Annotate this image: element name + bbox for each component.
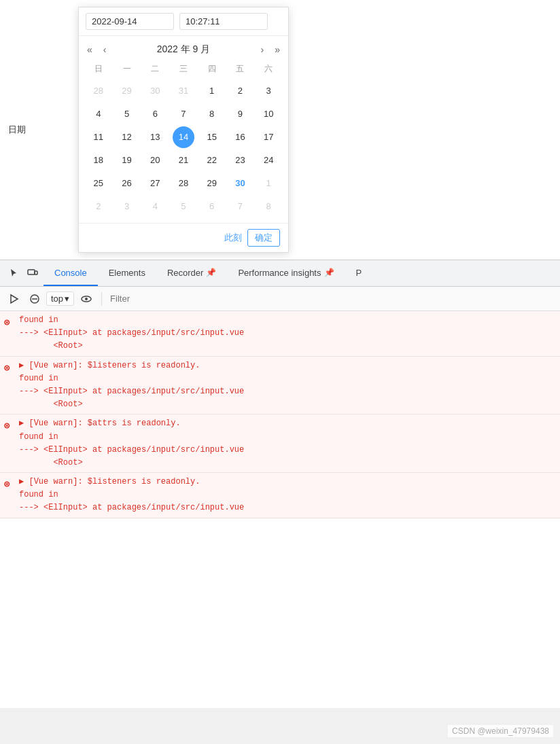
calendar-day[interactable]: 24 bbox=[258, 149, 279, 171]
device-toggle-btn[interactable] bbox=[24, 265, 41, 281]
calendar-day[interactable]: 2 bbox=[88, 196, 109, 217]
svg-rect-1 bbox=[35, 271, 37, 274]
prev-btn[interactable]: ‹ bbox=[101, 43, 109, 56]
calendar-day[interactable]: 21 bbox=[173, 149, 194, 171]
console-line: ---> <ElInput> at packages/input/src/inp… bbox=[19, 501, 555, 514]
calendar-day[interactable]: 18 bbox=[88, 149, 109, 171]
console-line: found in bbox=[19, 431, 555, 444]
clear-icon bbox=[29, 294, 40, 304]
time-input[interactable]: 10:27:11 bbox=[179, 13, 268, 30]
console-line: found in bbox=[19, 372, 555, 385]
calendar-day[interactable]: 2 bbox=[229, 80, 251, 102]
calendar-day[interactable]: 25 bbox=[88, 173, 109, 194]
calendar-day[interactable]: 4 bbox=[88, 103, 109, 125]
svg-rect-0 bbox=[28, 270, 35, 274]
tab-recorder[interactable]: Recorder 📌 bbox=[156, 260, 227, 286]
weekday-label: 二 bbox=[141, 60, 169, 77]
tab-console[interactable]: Console bbox=[43, 260, 98, 286]
console-line: <Root> bbox=[19, 398, 555, 411]
calendar-day[interactable]: 13 bbox=[144, 126, 166, 148]
next-next-btn[interactable]: » bbox=[272, 43, 283, 56]
console-line: found in bbox=[19, 314, 555, 327]
devtools-bar: Console Elements Recorder 📌 Performance … bbox=[0, 260, 560, 287]
calendar-day[interactable]: 30 bbox=[229, 173, 251, 194]
datetime-inputs: 2022-09-14 10:27:11 bbox=[79, 7, 288, 36]
console-toolbar: top ▾ bbox=[0, 287, 560, 311]
eye-btn[interactable] bbox=[77, 291, 96, 306]
calendar-section: 日期 2022-09-14 10:27:11 « ‹ 2022 年 9 月 › … bbox=[0, 0, 560, 260]
svg-marker-2 bbox=[11, 295, 18, 303]
calendar-day[interactable]: 19 bbox=[116, 149, 138, 171]
calendar-day[interactable]: 5 bbox=[116, 103, 138, 125]
calendar-day[interactable]: 9 bbox=[229, 103, 251, 125]
calendar-day[interactable]: 1 bbox=[201, 80, 223, 102]
calendar-day[interactable]: 4 bbox=[144, 196, 166, 217]
calendar-day[interactable]: 1 bbox=[258, 173, 279, 194]
device-icon bbox=[27, 268, 38, 279]
cursor-icon bbox=[8, 268, 19, 279]
weekday-label: 六 bbox=[254, 60, 283, 77]
calendar-day[interactable]: 30 bbox=[144, 80, 166, 102]
calendar-day[interactable]: 14 bbox=[173, 126, 194, 148]
calendar-day[interactable]: 22 bbox=[201, 149, 223, 171]
clear-btn[interactable] bbox=[26, 291, 43, 306]
calendar-day[interactable]: 28 bbox=[88, 80, 109, 102]
calendar-day[interactable]: 20 bbox=[144, 149, 166, 171]
console-line: <Root> bbox=[19, 340, 555, 353]
calendar-day[interactable]: 7 bbox=[173, 103, 194, 125]
console-line: ▶ [Vue warn]: $listeners is readonly. bbox=[19, 476, 555, 489]
weekday-label: 三 bbox=[169, 60, 198, 77]
tab-elements[interactable]: Elements bbox=[98, 260, 156, 286]
calendar-day[interactable]: 8 bbox=[201, 103, 223, 125]
calendar-popup: 2022-09-14 10:27:11 « ‹ 2022 年 9 月 › » 日… bbox=[78, 7, 289, 253]
next-btn[interactable]: › bbox=[258, 43, 267, 56]
recorder-pin-icon: 📌 bbox=[206, 268, 216, 277]
calendar-day[interactable]: 23 bbox=[229, 149, 251, 171]
calendar-day[interactable]: 17 bbox=[258, 126, 279, 148]
context-selector[interactable]: top ▾ bbox=[46, 291, 74, 306]
calendar-day[interactable]: 6 bbox=[201, 196, 223, 217]
prev-prev-btn[interactable]: « bbox=[84, 43, 95, 56]
calendar-day[interactable]: 31 bbox=[173, 80, 194, 102]
calendar-day[interactable]: 3 bbox=[258, 80, 279, 102]
eye-icon bbox=[80, 294, 92, 304]
calendar-day[interactable]: 6 bbox=[144, 103, 166, 125]
console-entry: ⊗found in---> <ElInput> at packages/inpu… bbox=[0, 311, 560, 357]
execute-icon bbox=[9, 294, 20, 304]
calendar-day[interactable]: 29 bbox=[201, 173, 223, 194]
calendar-day[interactable]: 12 bbox=[116, 126, 138, 148]
calendar-day[interactable]: 5 bbox=[173, 196, 194, 217]
calendar-day[interactable]: 16 bbox=[229, 126, 251, 148]
calendar-day[interactable]: 8 bbox=[258, 196, 279, 217]
cursor-icon-btn[interactable] bbox=[5, 265, 22, 281]
console-line: found in bbox=[19, 489, 555, 501]
calendar-grid: 日一二三四五六 28293031123456789101112131415161… bbox=[79, 60, 288, 223]
calendar-day[interactable]: 28 bbox=[173, 173, 194, 194]
error-icon: ⊗ bbox=[4, 419, 10, 433]
performance-pin-icon: 📌 bbox=[324, 268, 334, 277]
error-icon: ⊗ bbox=[4, 477, 10, 492]
calendar-day[interactable]: 7 bbox=[229, 196, 251, 217]
confirm-button[interactable]: 确定 bbox=[247, 229, 280, 247]
calendar-day[interactable]: 15 bbox=[201, 126, 223, 148]
calendar-day[interactable]: 29 bbox=[116, 80, 138, 102]
error-icon: ⊗ bbox=[4, 361, 10, 376]
devtools-tabs: Console Elements Recorder 📌 Performance … bbox=[43, 260, 555, 286]
now-button[interactable]: 此刻 bbox=[224, 232, 242, 244]
calendar-day[interactable]: 10 bbox=[258, 103, 279, 125]
calendar-day[interactable]: 27 bbox=[144, 173, 166, 194]
tab-performance[interactable]: Performance insights 📌 bbox=[227, 260, 345, 286]
console-line: <Root> bbox=[19, 457, 555, 470]
watermark: CSDN @weixin_47979438 bbox=[448, 725, 553, 737]
calendar-day[interactable]: 3 bbox=[116, 196, 138, 217]
console-output[interactable]: ⊗found in---> <ElInput> at packages/inpu… bbox=[0, 311, 560, 708]
calendar-day[interactable]: 26 bbox=[116, 173, 138, 194]
calendar-footer: 此刻 确定 bbox=[79, 223, 288, 252]
calendar-day[interactable]: 11 bbox=[88, 126, 109, 148]
execute-btn[interactable] bbox=[5, 291, 23, 306]
tab-p[interactable]: P bbox=[345, 260, 373, 286]
date-input[interactable]: 2022-09-14 bbox=[86, 13, 174, 30]
weekday-label: 五 bbox=[226, 60, 255, 77]
filter-input[interactable] bbox=[107, 292, 555, 305]
svg-point-6 bbox=[85, 298, 88, 300]
